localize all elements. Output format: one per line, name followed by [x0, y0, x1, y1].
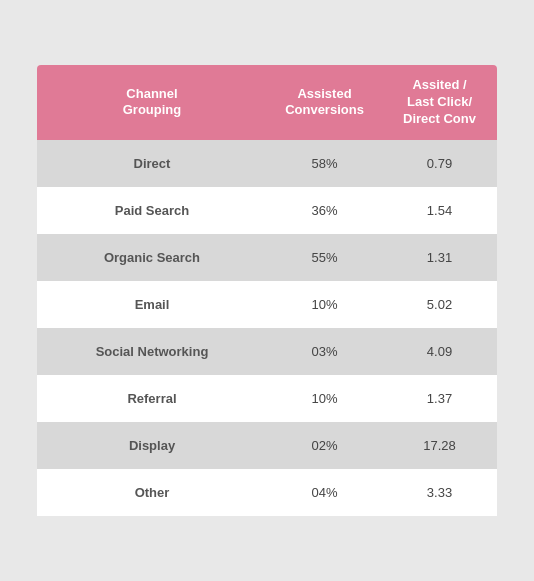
cell-ratio: 17.28: [382, 422, 497, 469]
header-ratio: Assited / Last Click/ Direct Conv: [382, 65, 497, 140]
table-body: Direct58%0.79Paid Search36%1.54Organic S…: [37, 140, 497, 516]
cell-ratio: 1.31: [382, 234, 497, 281]
cell-ratio: 3.33: [382, 469, 497, 516]
cell-ratio: 1.37: [382, 375, 497, 422]
table-row: Organic Search55%1.31: [37, 234, 497, 281]
table-row: Display02%17.28: [37, 422, 497, 469]
cell-assisted: 10%: [267, 375, 382, 422]
header-channel: Channel Grouping: [37, 65, 267, 140]
cell-assisted: 10%: [267, 281, 382, 328]
cell-channel: Paid Search: [37, 187, 267, 234]
cell-assisted: 02%: [267, 422, 382, 469]
cell-channel: Organic Search: [37, 234, 267, 281]
table-row: Social Networking03%4.09: [37, 328, 497, 375]
cell-ratio: 4.09: [382, 328, 497, 375]
table-container: Channel Grouping Assisted Conversions As…: [37, 65, 497, 516]
table-header-row: Channel Grouping Assisted Conversions As…: [37, 65, 497, 140]
table-row: Email10%5.02: [37, 281, 497, 328]
header-assisted-conversions: Assisted Conversions: [267, 65, 382, 140]
table-row: Direct58%0.79: [37, 140, 497, 187]
cell-channel: Social Networking: [37, 328, 267, 375]
cell-assisted: 58%: [267, 140, 382, 187]
data-table: Channel Grouping Assisted Conversions As…: [37, 65, 497, 516]
table-row: Paid Search36%1.54: [37, 187, 497, 234]
cell-ratio: 1.54: [382, 187, 497, 234]
cell-assisted: 04%: [267, 469, 382, 516]
cell-assisted: 03%: [267, 328, 382, 375]
cell-channel: Referral: [37, 375, 267, 422]
cell-channel: Email: [37, 281, 267, 328]
table-row: Referral10%1.37: [37, 375, 497, 422]
cell-ratio: 0.79: [382, 140, 497, 187]
table-row: Other04%3.33: [37, 469, 497, 516]
cell-ratio: 5.02: [382, 281, 497, 328]
cell-assisted: 55%: [267, 234, 382, 281]
cell-channel: Other: [37, 469, 267, 516]
cell-channel: Direct: [37, 140, 267, 187]
cell-channel: Display: [37, 422, 267, 469]
cell-assisted: 36%: [267, 187, 382, 234]
